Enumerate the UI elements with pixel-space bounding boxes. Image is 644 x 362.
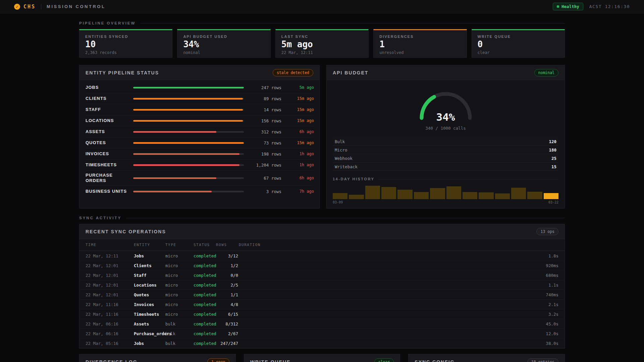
entity-row: TIMESHEETS 1,204 rows 1h ago <box>86 160 313 171</box>
history-bar <box>349 195 364 199</box>
op-status: completed <box>194 283 216 288</box>
divergence-open-badge: 1 open <box>207 358 229 362</box>
health-status-badge: Healthy <box>553 3 583 10</box>
api-breakdown-row: Webhook 25 <box>333 154 558 163</box>
entity-progress-track <box>133 177 244 179</box>
col-time: TIME <box>86 243 134 247</box>
entity-progress-track <box>133 120 244 122</box>
col-entity: ENTITY <box>134 243 165 247</box>
ops-table-header: TIME ENTITY TYPE STATUS ROWS DURATION <box>79 239 565 251</box>
history-end-date: 03-22 <box>548 200 558 204</box>
history-bar <box>527 192 542 199</box>
stat-card-label: DIVERGENCES <box>379 35 461 39</box>
entity-row: CLIENTS 89 rows 15m ago <box>86 93 313 104</box>
history-bar <box>365 186 380 199</box>
api-call-count: 120 <box>549 139 558 144</box>
op-time: 22 Mar, 12:01 <box>86 263 134 268</box>
op-time: 22 Mar, 11:16 <box>86 312 134 317</box>
history-chart: 14-DAY HISTORY 03-09 03-22 <box>333 177 558 204</box>
api-call-type: Webhook <box>333 156 353 161</box>
op-type: micro <box>165 253 194 258</box>
api-call-count: 180 <box>549 147 558 153</box>
op-status: completed <box>194 331 216 336</box>
op-type: micro <box>165 283 194 288</box>
api-budget-panel: API BUDGET nominal 34% 340 / 1000 calls … <box>326 65 565 208</box>
op-duration: 38.0s <box>238 341 558 346</box>
stat-cards-row: ENTITIES SYNCED 10 2,363 records API BUD… <box>79 29 565 58</box>
stat-card-sub: nominal <box>183 50 264 55</box>
entity-row: BUSINESS UNITS 3 rows 7h ago <box>86 186 313 197</box>
entity-name: TIMESHEETS <box>86 160 129 170</box>
history-bar <box>511 188 526 199</box>
op-duration: 1.8s <box>238 253 558 258</box>
op-type: bulk <box>165 341 194 346</box>
entity-row-count: 73 rows <box>248 140 281 145</box>
entity-row-count: 67 rows <box>248 176 281 181</box>
ops-table-row: 22 Mar, 06:16 Purchase_orders bulk compl… <box>79 329 565 339</box>
history-bar <box>479 192 493 199</box>
ops-count-badge: 13 ops <box>536 228 558 235</box>
section-sync-activity: SYNC ACTIVITY <box>79 216 565 220</box>
ops-table-row: 22 Mar, 06:16 Assets bulk completed 8/31… <box>79 319 565 329</box>
op-entity: Staff <box>134 273 165 278</box>
op-duration: 680ms <box>238 273 558 278</box>
op-status: completed <box>194 292 216 297</box>
ops-table-row: 22 Mar, 12:01 Clients micro completed 1/… <box>79 261 565 270</box>
entity-row: JOBS 247 rows 5m ago <box>86 82 313 93</box>
entity-row-count: 198 rows <box>248 152 281 157</box>
history-bar <box>446 186 461 199</box>
op-rows: 0/0 <box>216 273 238 278</box>
op-time: 22 Mar, 12:01 <box>86 283 134 288</box>
ops-table-row: 22 Mar, 12:01 Locations micro completed … <box>79 280 565 290</box>
stat-card-label: LAST SYNC <box>281 35 363 39</box>
stat-card: LAST SYNC 5m ago 22 Mar, 12:11 <box>275 29 369 58</box>
health-label: Healthy <box>561 4 579 9</box>
op-status: completed <box>194 253 216 258</box>
op-status: completed <box>194 312 216 317</box>
entity-last-sync: 7h ago <box>285 189 314 194</box>
entity-name: CLIENTS <box>86 94 129 103</box>
entity-row: QUOTES 73 rows 15m ago <box>86 137 313 148</box>
op-rows: 8/312 <box>216 321 238 326</box>
op-type: micro <box>165 302 194 307</box>
entity-progress-fill <box>133 131 216 133</box>
stat-card: ENTITIES SYNCED 10 2,363 records <box>79 29 172 58</box>
op-duration: 12.0s <box>238 331 558 336</box>
stat-card-label: API BUDGET USED <box>183 35 264 39</box>
entity-pipeline-panel: ENTITY PIPELINE STATUS stale detected JO… <box>79 65 320 208</box>
topbar-divider <box>41 4 41 10</box>
op-rows: 1/1 <box>216 292 238 297</box>
entity-row-count: 3 rows <box>248 189 281 194</box>
entity-progress-track <box>133 191 244 192</box>
op-duration: 45.0s <box>238 321 558 326</box>
op-duration: 2.1s <box>238 302 558 307</box>
op-rows: 2/67 <box>216 331 238 336</box>
topbar: ✓ CHS MISSION CONTROL Healthy ACST 12:16… <box>0 0 644 13</box>
op-duration: 740ms <box>238 292 558 297</box>
write-queue-panel: WRITE QUEUE clear <box>244 354 400 362</box>
op-entity: Jobs <box>134 341 165 346</box>
entity-progress-track <box>133 164 244 166</box>
op-time: 22 Mar, 05:16 <box>86 341 134 346</box>
sync-config-entries-badge: 18 entries <box>527 358 558 362</box>
health-dot-icon <box>557 5 559 8</box>
op-entity: Invoices <box>134 302 165 307</box>
stat-card-value: 10 <box>85 40 166 49</box>
entity-progress-fill <box>133 164 239 166</box>
stat-card: WRITE QUEUE 0 clear <box>472 29 565 58</box>
col-duration: DURATION <box>238 243 558 247</box>
entity-last-sync: 15m ago <box>285 96 314 101</box>
entity-progress-fill <box>133 142 244 144</box>
col-type: TYPE <box>165 243 194 247</box>
stale-detected-badge: stale detected <box>273 69 313 76</box>
op-type: micro <box>165 263 194 268</box>
entity-progress-fill <box>133 98 243 100</box>
entity-last-sync: 15m ago <box>285 118 314 123</box>
entity-name: INVOICES <box>86 149 129 159</box>
entity-row: ASSETS 312 rows 6h ago <box>86 126 313 137</box>
api-breakdown-row: Micro 180 <box>333 146 558 154</box>
recent-sync-operations-panel: RECENT SYNC OPERATIONS 13 ops TIME ENTIT… <box>79 224 565 349</box>
api-breakdown-list: Bulk 120 Micro 180 Webhook 25 Writeback … <box>333 137 558 171</box>
ops-table-body: 22 Mar, 12:11 Jobs micro completed 3/12 … <box>79 251 565 348</box>
entity-progress-fill <box>133 177 216 179</box>
